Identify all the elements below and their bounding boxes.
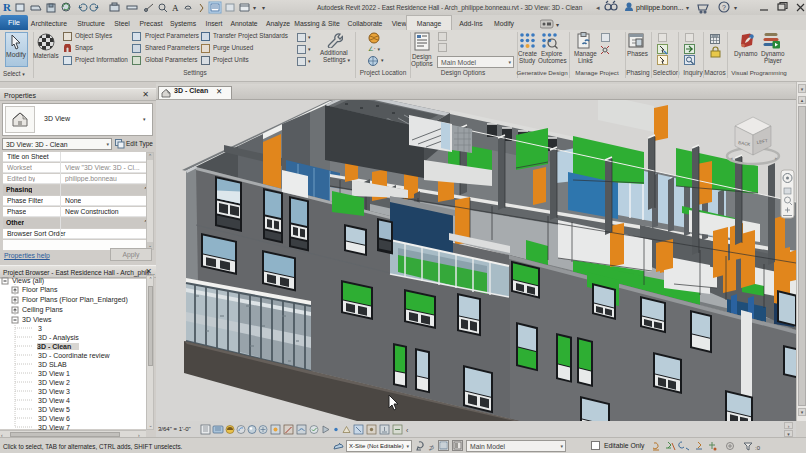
svg-text::0: :0 [755, 445, 761, 451]
svg-text:▾: ▾ [686, 5, 689, 11]
svg-text:▾: ▾ [253, 5, 256, 11]
svg-text:?: ? [722, 4, 726, 11]
svg-text:R: R [3, 1, 12, 13]
svg-text:▾: ▾ [734, 5, 737, 11]
svg-text:▾: ▾ [262, 5, 265, 11]
svg-text:▾: ▾ [556, 22, 559, 28]
svg-text:⊅: ⊅ [428, 444, 434, 451]
svg-text:‹: ‹ [406, 427, 409, 434]
svg-text:◂: ◂ [596, 4, 600, 11]
svg-text:A: A [172, 3, 179, 13]
svg-text:philippe.bonn...: philippe.bonn... [636, 4, 684, 12]
